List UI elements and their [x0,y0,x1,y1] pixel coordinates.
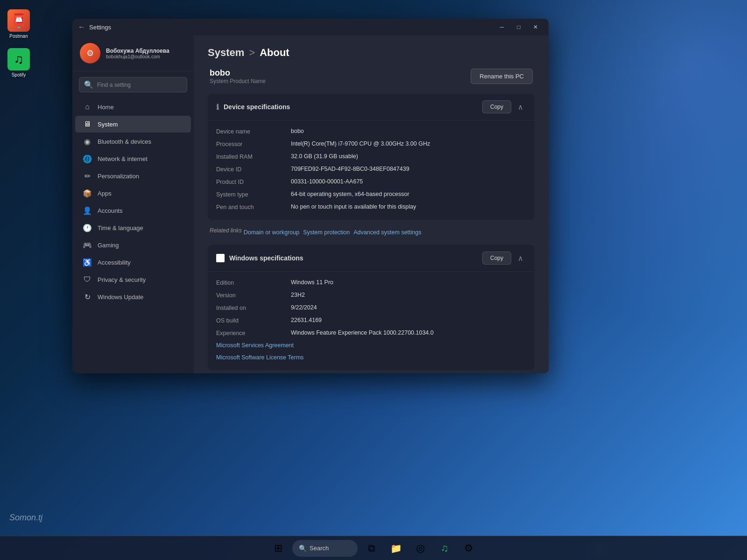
sidebar-item-accounts[interactable]: 👤 Accounts [75,202,191,219]
sidebar-item-personalization[interactable]: ✏ Personalization [75,168,191,184]
time-label: Time & language [98,224,143,231]
start-icon: ⊞ [274,542,282,554]
sidebar-item-windows-update[interactable]: ↻ Windows Update [75,288,191,305]
windows-specs-body: Edition Windows 11 Pro Version 23H2 Inst… [208,272,535,370]
window-controls: ─ □ ✕ [494,21,543,33]
device-specs-title-text: Device specifications [224,103,290,111]
window-title: Settings [89,24,494,31]
taskbar-settings[interactable]: ⚙ [458,538,479,559]
system-label: System [98,121,118,128]
taskbar-start-button[interactable]: ⊞ [268,538,289,559]
device-specs-body: Device name bobo Processor Intel(R) Core… [208,120,535,220]
device-specs-copy-button[interactable]: Copy [482,100,511,113]
window-body: ⚙ Вобохужа Абдуллоева bobokhuja1@outlook… [72,35,549,373]
spec-row-ram: Installed RAM 32.0 GB (31.9 GB usable) [216,150,526,163]
windows-specs-actions: Copy ∧ [482,252,526,265]
desktop: 📮 Postman ♫ Spotify Somon.tj ← Settings … [0,0,747,560]
windows-specs-title: Windows specifications [216,254,303,262]
settings-window: ← Settings ─ □ ✕ ⚙ Вобохужа Абдуллоева [72,19,549,373]
windows-specs-header: Windows specifications Copy ∧ [208,245,535,272]
close-button[interactable]: ✕ [528,21,543,33]
sidebar-item-system[interactable]: 🖥 System [75,116,191,133]
sidebar-search[interactable]: 🔍 [79,77,187,92]
related-link-domain[interactable]: Domain or workgroup [244,229,300,236]
spec-val-installed-on: 9/22/2024 [291,304,526,311]
desktop-icon-spotify[interactable]: ♫ Spotify [7,48,30,77]
network-icon: 🌐 [83,154,92,163]
file-explorer-icon: 📁 [390,543,402,554]
spec-row-ms-software: Microsoft Software License Terms [216,351,526,364]
sidebar-item-network[interactable]: 🌐 Network & internet [75,150,191,167]
breadcrumb-current: About [260,47,289,59]
spec-key-experience: Experience [216,329,291,336]
user-profile[interactable]: ⚙ Вобохужа Абдуллоева bobokhuja1@outlook… [72,35,194,71]
taskbar-search-button[interactable]: 🔍 Search [292,540,358,557]
device-specs-collapse-button[interactable]: ∧ [515,101,526,112]
system-icon: 🖥 [83,119,92,129]
user-email: bobokhuja1@outlook.com [106,54,169,59]
spec-val-edition: Windows 11 Pro [291,279,526,286]
spec-row-product-id: Product ID 00331-10000-00001-AA675 [216,175,526,188]
sidebar-item-time[interactable]: 🕐 Time & language [75,219,191,236]
spec-val-processor: Intel(R) Core(TM) i7-9700 CPU @ 3.00GHz … [291,140,526,147]
spec-row-processor: Processor Intel(R) Core(TM) i7-9700 CPU … [216,138,526,150]
spec-key-version: Version [216,292,291,299]
breadcrumb-separator: > [249,47,255,59]
desktop-icon-postman[interactable]: 📮 Postman [7,9,30,39]
taskbar-file-explorer[interactable]: 📁 [386,538,406,559]
spec-row-os-build: OS build 22631.4169 [216,314,526,327]
spec-row-installed-on: Installed on 9/22/2024 [216,301,526,314]
spotify-label: Spotify [12,72,26,77]
taskbar-task-view[interactable]: ⧉ [361,538,382,559]
windows-update-icon: ↻ [83,292,92,301]
accounts-icon: 👤 [83,206,92,215]
find-setting-input[interactable] [97,82,182,88]
ms-software-link[interactable]: Microsoft Software License Terms [216,354,303,361]
spec-val-version: 23H2 [291,292,526,298]
related-link-protection[interactable]: System protection [303,229,350,236]
windows-specs-card: Windows specifications Copy ∧ Edition Wi… [208,245,535,370]
rename-pc-button[interactable]: Rename this PC [471,69,533,84]
windows-specs-copy-button[interactable]: Copy [482,252,511,265]
taskbar-spotify[interactable]: ♫ [434,538,455,559]
pc-name-section: bobo System Product Name Rename this PC [208,68,535,84]
task-view-icon: ⧉ [368,542,375,554]
accounts-label: Accounts [98,207,122,214]
spec-key-pen-touch: Pen and touch [216,203,291,210]
privacy-icon: 🛡 [83,275,92,284]
sidebar-item-bluetooth[interactable]: ◉ Bluetooth & devices [75,133,191,150]
personalization-icon: ✏ [83,171,92,181]
sidebar-item-accessibility[interactable]: ♿ Accessibility [75,254,191,271]
sidebar-item-privacy[interactable]: 🛡 Privacy & security [75,271,191,288]
sidebar-item-gaming[interactable]: 🎮 Gaming [75,237,191,253]
spec-row-device-name: Device name bobo [216,125,526,138]
taskbar-chrome[interactable]: ◎ [410,538,430,559]
spec-row-system-type: System type 64-bit operating system, x64… [216,188,526,201]
nav-list: ⌂ Home 🖥 System ◉ Bluetooth & devices 🌐 … [72,98,194,306]
windows-update-label: Windows Update [98,294,143,301]
device-specs-title: ℹ Device specifications [216,103,290,112]
minimize-button[interactable]: ─ [494,21,509,33]
back-button[interactable]: ← [78,23,85,31]
pc-name-info: bobo System Product Name [210,68,266,84]
windows-specs-collapse-button[interactable]: ∧ [515,252,526,264]
pc-name-label: System Product Name [210,78,266,84]
sidebar-item-apps[interactable]: 📦 Apps [75,185,191,202]
maximize-button[interactable]: □ [511,21,526,33]
privacy-label: Privacy & security [98,276,146,283]
related-links-label: Related links [210,227,242,234]
spec-row-device-id: Device ID 709FED92-F5AD-4F92-8BC0-348EF0… [216,163,526,175]
search-icon: 🔍 [84,80,93,89]
ms-services-link[interactable]: Microsoft Services Agreement [216,342,294,349]
related-link-advanced[interactable]: Advanced system settings [353,229,421,236]
spec-key-edition: Edition [216,279,291,286]
windows-logo-icon [216,254,225,262]
spec-row-pen-touch: Pen and touch No pen or touch input is a… [216,201,526,213]
bluetooth-label: Bluetooth & devices [98,138,151,145]
avatar-initials: ⚙ [86,48,94,58]
spec-val-experience: Windows Feature Experience Pack 1000.227… [291,329,526,336]
spec-row-experience: Experience Windows Feature Experience Pa… [216,327,526,339]
sidebar-item-home[interactable]: ⌂ Home [75,98,191,115]
postman-icon: 📮 [7,9,30,32]
related-links-section: Related links Domain or workgroup System… [208,227,535,238]
